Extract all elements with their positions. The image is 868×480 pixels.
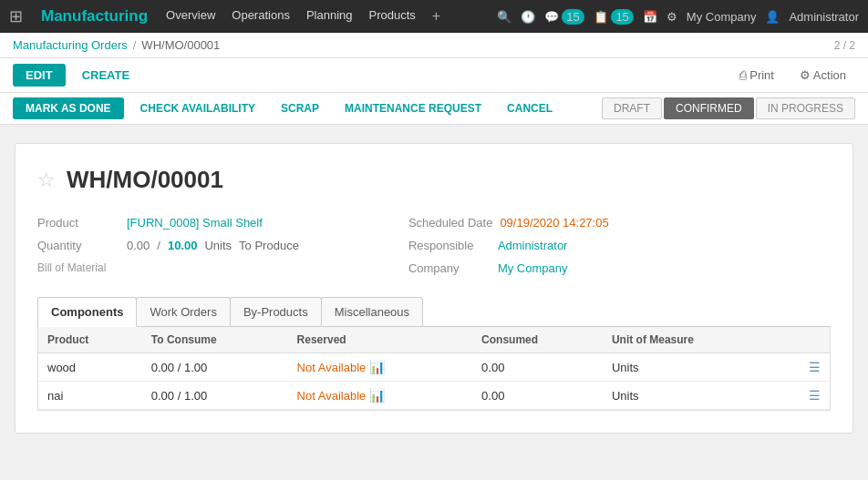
col-to-consume: To Consume [142,327,288,353]
form-card: ☆ WH/MO/00001 Product [FURN_0008] Small … [15,143,853,434]
responsible-value[interactable]: Administrator [498,239,568,252]
row1-product: wood [38,353,142,382]
edit-button[interactable]: EDIT [13,64,66,87]
nav-operations[interactable]: Operations [232,8,290,25]
calendar-icon[interactable]: 📅 [643,10,657,24]
product-value[interactable]: [FURN_0008] Small Shelf [127,216,263,230]
breadcrumb-current: WH/MO/00001 [141,38,220,52]
responsible-label: Responsible [408,239,491,252]
status-stages: DRAFT CONFIRMED IN PROGRESS [602,97,855,119]
top-nav: ⊞ Manufacturing Overview Operations Plan… [0,0,868,33]
form-header: ☆ WH/MO/00001 [37,166,831,194]
clock-icon[interactable]: 🕐 [521,10,535,24]
quantity-label: Quantity [37,239,119,252]
company-row: Company My Company [408,261,609,275]
row2-product: nai [38,382,142,410]
nav-planning[interactable]: Planning [306,8,353,25]
product-label: Product [37,216,119,230]
tab-work-orders[interactable]: Work Orders [136,297,230,326]
page-count: 2 / 2 [834,39,855,52]
row1-consumed: 0.00 [472,353,603,382]
row1-reserved: Not Available 📊 [288,353,472,382]
row2-consumed: 0.00 [472,382,603,410]
scheduled-date-label: Scheduled Date [408,216,493,230]
stage-in-progress[interactable]: IN PROGRESS [756,97,855,119]
quantity-separator: / [157,239,160,252]
row2-reserved: Not Available 📊 [288,382,472,410]
status-bar: MARK AS DONE CHECK AVAILABILITY SCRAP MA… [0,93,868,125]
bom-label: Bill of Material [37,261,106,274]
tabs: Components Work Orders By-Products Misce… [37,297,831,327]
breadcrumb-parent[interactable]: Manufacturing Orders [13,38,128,52]
maintenance-request-button[interactable]: MAINTENANCE REQUEST [336,97,491,119]
quantity-produced[interactable]: 0.00 [127,239,150,252]
col-actions [777,327,830,353]
row2-to-consume: 0.00 / 1.00 [142,382,288,410]
create-button[interactable]: CREATE [73,64,139,87]
col-reserved: Reserved [288,327,472,353]
row1-to-consume: 0.00 / 1.00 [142,353,288,382]
print-button[interactable]: Print [730,64,783,87]
bom-row: Bill of Material [37,261,299,274]
favorite-star-icon[interactable]: ☆ [37,169,56,192]
components-table: Product To Consume Reserved Consumed Uni… [37,327,831,411]
col-unit-of-measure: Unit of Measure [603,327,778,353]
nav-products[interactable]: Products [369,8,416,25]
row2-detail-icon[interactable]: ☰ [809,388,821,403]
settings-icon[interactable]: ⚙ [666,10,677,24]
stage-confirmed[interactable]: CONFIRMED [664,97,754,119]
tab-by-products[interactable]: By-Products [230,297,322,326]
col-consumed: Consumed [472,327,603,353]
form-col-left: Product [FURN_0008] Small Shelf Quantity… [37,216,299,275]
user-label: Administrator [789,10,859,24]
tab-components[interactable]: Components [37,297,137,327]
action-button[interactable]: Action [790,64,855,87]
row2-unit: Units [603,382,778,410]
row2-detail[interactable]: ☰ [777,382,830,410]
row1-unit: Units [603,353,778,382]
row1-detail-icon[interactable]: ☰ [809,360,821,374]
scrap-button[interactable]: SCRAP [272,97,328,119]
check-availability-button[interactable]: CHECK AVAILABILITY [131,97,264,119]
row1-chart-icon[interactable]: 📊 [369,360,385,374]
responsible-row: Responsible Administrator [408,239,609,252]
scheduled-date-value: 09/19/2020 14:27:05 [500,216,608,230]
row1-reserved-status: Not Available [297,361,367,374]
row2-chart-icon[interactable]: 📊 [369,388,385,403]
breadcrumb-separator: / [133,38,137,52]
row1-detail[interactable]: ☰ [777,353,830,382]
table-row: wood 0.00 / 1.00 Not Available 📊 0.00 Un… [38,353,830,382]
chat-icon[interactable]: 💬 15 [544,10,584,24]
form-fields: Product [FURN_0008] Small Shelf Quantity… [37,216,831,275]
mark-as-done-button[interactable]: MARK AS DONE [13,97,124,119]
quantity-target[interactable]: 10.00 [168,239,198,252]
scheduled-date-row: Scheduled Date 09/19/2020 14:27:05 [408,216,609,230]
quantity-unit-label: To Produce [239,239,299,252]
col-product: Product [38,327,142,353]
company-label-field: Company [408,261,491,275]
nav-overview[interactable]: Overview [166,8,215,25]
table-header-row: Product To Consume Reserved Consumed Uni… [38,327,830,353]
quantity-unit: Units [204,239,232,252]
brand-name: Manufacturing [41,7,148,26]
user-avatar[interactable]: 👤 [765,10,780,24]
company-value[interactable]: My Company [498,261,568,275]
stage-draft[interactable]: DRAFT [602,97,662,119]
quantity-row: Quantity 0.00 / 10.00 Units To Produce [37,239,299,252]
action-bar: EDIT CREATE Print Action [0,58,868,93]
activity-icon[interactable]: 📋 15 [594,10,634,24]
cancel-button[interactable]: CANCEL [498,97,562,119]
row2-reserved-status: Not Available [297,389,367,403]
app-grid-icon[interactable]: ⊞ [9,6,23,26]
nav-add-icon[interactable]: + [432,8,440,25]
main-content: ☆ WH/MO/00001 Product [FURN_0008] Small … [0,125,868,452]
secondary-bar: Manufacturing Orders / WH/MO/00001 2 / 2 [0,33,868,58]
form-col-right: Scheduled Date 09/19/2020 14:27:05 Respo… [408,216,609,275]
tab-miscellaneous[interactable]: Miscellaneous [321,297,423,326]
product-row: Product [FURN_0008] Small Shelf [37,216,299,230]
form-title: WH/MO/00001 [67,166,223,194]
company-label[interactable]: My Company [687,10,757,24]
search-icon[interactable]: 🔍 [497,10,512,24]
table-row: nai 0.00 / 1.00 Not Available 📊 0.00 Uni… [38,382,830,410]
right-icons: 🔍 🕐 💬 15 📋 15 📅 ⚙ My Company 👤 Administr… [497,10,859,24]
